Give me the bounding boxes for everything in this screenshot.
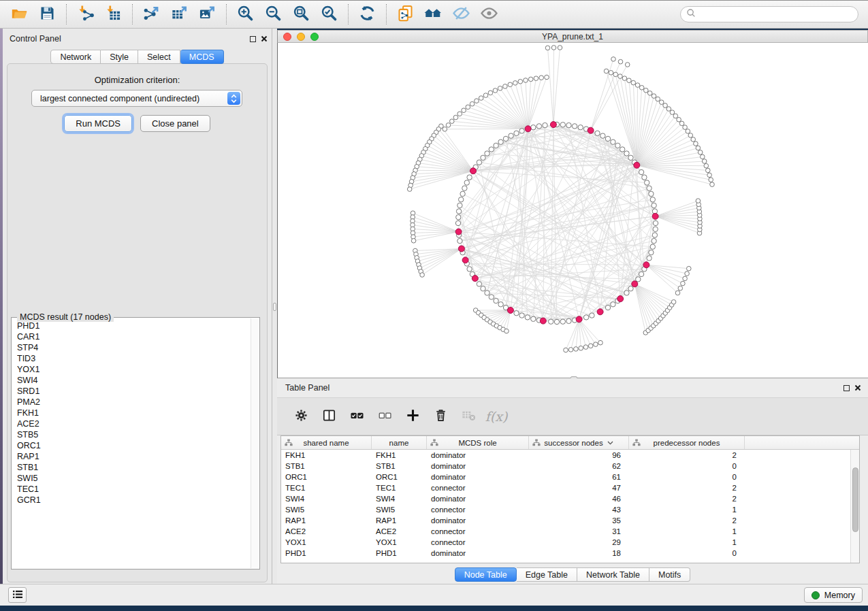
tab-node-table[interactable]: Node Table xyxy=(455,567,517,582)
zoom-out-button[interactable] xyxy=(259,3,287,26)
result-node-item[interactable]: STP4 xyxy=(17,342,250,353)
tab-network-table[interactable]: Network Table xyxy=(577,567,649,582)
table-panel-header: Table Panel xyxy=(277,378,861,397)
search-input[interactable] xyxy=(696,8,858,20)
result-node-item[interactable]: PMA2 xyxy=(17,397,250,408)
control-panel-title: Control Panel xyxy=(3,34,61,44)
import-network-button[interactable] xyxy=(71,3,99,26)
result-node-item[interactable]: FKH1 xyxy=(17,408,250,418)
result-node-item[interactable]: SWI5 xyxy=(17,473,250,484)
export-network-button[interactable] xyxy=(138,3,165,26)
column-header-successor-nodes[interactable]: successor nodes xyxy=(529,436,629,449)
result-node-item[interactable]: YOX1 xyxy=(17,364,250,375)
table-panel: Table Panel f(x) shared namenameMCDS rol… xyxy=(277,378,868,584)
save-session-button[interactable] xyxy=(33,3,61,26)
result-node-item[interactable]: SRD1 xyxy=(17,386,250,397)
network-window-titlebar[interactable]: YPA_prune.txt_1 xyxy=(277,30,868,43)
table-row[interactable]: YOX1YOX1connector291 xyxy=(281,537,859,548)
search-icon xyxy=(686,8,696,21)
control-panel-tabs: NetworkStyleSelectMCDS xyxy=(3,50,272,64)
result-scrollbar[interactable] xyxy=(251,318,259,568)
table-scrollbar[interactable] xyxy=(850,450,859,563)
clone-network-button[interactable] xyxy=(391,3,419,26)
add-row-button[interactable] xyxy=(404,408,421,425)
column-header-predecessor-nodes[interactable]: predecessor nodes xyxy=(629,436,745,449)
table-row[interactable]: FKH1FKH1dominator962 xyxy=(281,450,859,461)
network-canvas[interactable] xyxy=(277,43,868,378)
result-node-item[interactable]: SWI4 xyxy=(17,375,250,386)
table-row[interactable]: SWI5SWI5connector431 xyxy=(281,504,859,515)
task-history-button[interactable] xyxy=(8,587,27,603)
list-icon xyxy=(12,589,23,601)
close-panel-icon[interactable] xyxy=(261,33,268,45)
import-network-icon xyxy=(76,4,95,25)
show-columns-button[interactable] xyxy=(320,408,338,425)
table-settings-button[interactable] xyxy=(292,408,310,425)
table-row[interactable]: ACE2ACE2connector311 xyxy=(281,526,859,537)
result-node-item[interactable]: CAR1 xyxy=(17,331,250,342)
tab-edge-table[interactable]: Edge Table xyxy=(517,567,577,582)
result-node-item[interactable]: GCR1 xyxy=(17,495,250,506)
show-all-eye-button[interactable] xyxy=(475,3,503,26)
zoom-fit-button[interactable] xyxy=(287,3,315,26)
delete-rows-button[interactable] xyxy=(432,408,449,425)
column-header-shared-name[interactable]: shared name xyxy=(281,436,372,449)
memory-button[interactable]: Memory xyxy=(804,587,863,603)
table-row[interactable]: ORC1ORC1dominator610 xyxy=(281,472,859,482)
result-node-item[interactable]: RAP1 xyxy=(17,451,250,462)
table-row[interactable]: SWI4SWI4dominator462 xyxy=(281,493,859,504)
result-node-item[interactable]: STB1 xyxy=(17,462,250,473)
search-box[interactable] xyxy=(680,6,858,22)
zoom-selected-button[interactable] xyxy=(315,3,343,26)
close-panel-button[interactable]: Close panel xyxy=(140,115,210,132)
network-graph xyxy=(278,43,867,377)
tab-style[interactable]: Style xyxy=(101,50,138,64)
column-header-name[interactable]: name xyxy=(372,436,427,449)
tab-select[interactable]: Select xyxy=(138,50,180,64)
table-row[interactable]: TEC1TEC1connector472 xyxy=(281,482,859,493)
result-node-item[interactable]: STB5 xyxy=(17,429,250,440)
tab-mcds[interactable]: MCDS xyxy=(180,50,224,64)
result-node-item[interactable]: TID3 xyxy=(17,353,250,364)
table-row[interactable]: STB1STB1dominator620 xyxy=(281,461,859,472)
result-node-item[interactable]: ORC1 xyxy=(17,440,250,451)
zoom-in-button[interactable] xyxy=(231,3,259,26)
cell-name: YOX1 xyxy=(372,538,427,546)
import-table-button[interactable] xyxy=(99,3,127,26)
float-panel-icon[interactable] xyxy=(250,36,256,42)
export-table-button[interactable] xyxy=(165,3,193,26)
float-table-panel-icon[interactable] xyxy=(843,385,850,391)
refresh-network-button[interactable] xyxy=(353,3,381,26)
tab-motifs[interactable]: Motifs xyxy=(649,567,690,582)
select-all-button[interactable] xyxy=(348,408,366,425)
toolbar-separator xyxy=(132,4,133,24)
toolbar-icon-groups xyxy=(5,3,503,26)
cell-mcds-role: dominator xyxy=(427,549,529,557)
sort-chevron-icon[interactable] xyxy=(607,441,613,445)
table-row[interactable]: PHD1PHD1dominator180 xyxy=(281,548,859,559)
result-node-item[interactable]: TEC1 xyxy=(17,484,250,495)
column-header-mcds-role[interactable]: MCDS role xyxy=(427,436,529,449)
result-node-item[interactable]: PHD1 xyxy=(17,320,250,331)
cell-successor-nodes: 35 xyxy=(529,516,629,525)
deselect-all-button[interactable] xyxy=(376,408,393,425)
run-mcds-button[interactable]: Run MCDS xyxy=(64,115,132,132)
open-session-button[interactable] xyxy=(5,3,33,26)
cell-mcds-role: dominator xyxy=(427,473,529,481)
cell-mcds-role: connector xyxy=(427,506,529,514)
hide-selected-eye-button[interactable] xyxy=(447,3,475,26)
split-divider-vertical[interactable] xyxy=(272,29,277,584)
divider-grip-icon[interactable] xyxy=(273,303,276,311)
close-table-panel-icon[interactable] xyxy=(854,382,861,394)
tab-network[interactable]: Network xyxy=(50,50,101,64)
function-builder-button: f(x) xyxy=(487,408,505,425)
criterion-dropdown[interactable]: largest connected component (undirected) xyxy=(31,90,242,107)
result-node-item[interactable]: ACE2 xyxy=(17,418,250,429)
mcds-result-list[interactable]: PHD1CAR1STP4TID3YOX1SWI4SRD1PMA2FKH1ACE2… xyxy=(17,320,250,567)
table-scrollbar-thumb[interactable] xyxy=(852,467,858,532)
cell-predecessor-nodes: 2 xyxy=(629,516,745,525)
export-image-button[interactable] xyxy=(193,3,221,26)
table-row[interactable]: RAP1RAP1dominator352 xyxy=(281,515,859,526)
neighbors-houses-button[interactable] xyxy=(419,3,447,26)
column-namespace-icon xyxy=(285,439,293,448)
